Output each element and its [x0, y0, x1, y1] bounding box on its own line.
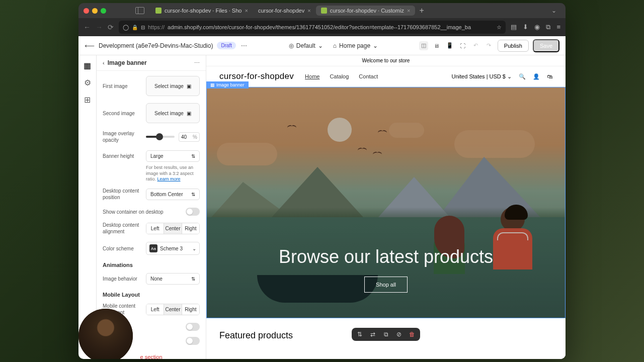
show-container-label: Show container on desktop — [103, 209, 164, 215]
desktop-alignment-segment[interactable]: Left Center Right — [146, 223, 200, 234]
url-input[interactable]: ◯ 🔒 ⊟ https://admin.shopify.com/store/cu… — [119, 21, 506, 34]
section-menu-button[interactable]: ⋯ — [194, 60, 200, 66]
color-scheme-select[interactable]: AaScheme 3⌄ — [146, 242, 200, 255]
lock-icon: 🔒 — [132, 25, 138, 30]
reader-icon[interactable]: ▤ — [511, 23, 517, 31]
reload-button[interactable]: ⟳ — [108, 23, 114, 31]
publish-button[interactable]: Publish — [498, 40, 529, 52]
color-scheme-label: Color scheme — [103, 245, 142, 252]
store-logo[interactable]: cursor-for-shopdev — [219, 71, 294, 81]
browser-window: cursor-for-shopdev · Files · Sho× cursor… — [78, 3, 566, 359]
draft-badge: Draft — [217, 42, 236, 49]
shopify-favicon-icon — [321, 8, 327, 14]
nav-contact[interactable]: Contact — [359, 73, 378, 79]
account-icon[interactable]: 👤 — [533, 73, 540, 80]
mobile-preview-button[interactable]: 📱 — [445, 41, 454, 50]
banner-height-select[interactable]: Large⇅ — [146, 150, 200, 162]
mobile-toggle-1[interactable] — [186, 323, 200, 331]
search-icon[interactable]: 🔍 — [519, 73, 526, 80]
mobile-alignment-segment[interactable]: Left Center Right — [146, 304, 200, 315]
desktop-content-position-label: Desktop content position — [103, 188, 142, 201]
mobile-toggle-2[interactable] — [186, 337, 200, 345]
inspector-panel: ‹ Image banner ⋯ First image Select imag… — [97, 55, 206, 359]
align-right-option[interactable]: Right — [182, 223, 199, 234]
editor-topbar: ⟵ Development (a6e7e9-Devins-Mac-Studio)… — [78, 36, 566, 55]
more-actions-button[interactable]: ⋯ — [241, 42, 248, 49]
drag-handle-icon[interactable]: ⇅ — [356, 331, 364, 338]
view-selector[interactable]: ◎Default⌄ — [289, 42, 323, 49]
hide-icon[interactable]: ⊘ — [395, 331, 403, 338]
desktop-preview-button[interactable]: 🖥 — [432, 41, 441, 50]
select-first-image-button[interactable]: Select image▣ — [146, 76, 200, 96]
overlay-opacity-slider[interactable] — [146, 136, 175, 138]
forward-button[interactable]: → — [96, 23, 103, 31]
desktop-content-position-select[interactable]: Bottom Center⇅ — [146, 189, 200, 200]
site-header: cursor-for-shopdev Home Catalog Contact … — [206, 66, 566, 87]
sidebar-toggle-icon[interactable] — [135, 7, 144, 14]
settings-icon[interactable]: ⚙ — [84, 78, 92, 86]
select-arrows-icon: ⇅ — [191, 276, 195, 282]
window-titlebar: cursor-for-shopdev · Files · Sho× cursor… — [78, 3, 566, 18]
minimize-window-button[interactable] — [92, 8, 98, 14]
theme-preview: Welcome to our store cursor-for-shopdev … — [206, 55, 566, 359]
m-align-right-option[interactable]: Right — [182, 304, 199, 315]
sections-icon[interactable]: ▦ — [84, 61, 92, 69]
banner-height-hint: For best results, use an image with a 3:… — [146, 165, 200, 183]
image-icon: ▣ — [187, 111, 191, 116]
show-container-toggle[interactable] — [186, 208, 200, 216]
chevron-down-icon[interactable]: ⌄ — [547, 7, 560, 14]
section-selected-badge[interactable]: ▦ Image banner — [206, 81, 249, 88]
maximize-window-button[interactable] — [101, 8, 106, 14]
duplicate-icon[interactable]: ⧉ — [382, 331, 390, 338]
new-tab-button[interactable]: + — [415, 6, 428, 15]
region-selector[interactable]: United States | USD $ ⌄ — [452, 73, 512, 80]
shopify-favicon-icon — [155, 8, 162, 14]
overlay-opacity-input[interactable]: 40% — [179, 132, 200, 142]
close-icon[interactable]: × — [307, 8, 310, 14]
align-center-option[interactable]: Center — [164, 223, 182, 234]
image-banner-section[interactable]: Browse our latest products Shop all — [206, 87, 566, 318]
cart-icon[interactable]: 🛍 — [547, 73, 552, 79]
close-icon[interactable]: × — [245, 8, 248, 14]
fullscreen-button[interactable]: ⛶ — [458, 41, 467, 50]
image-behavior-label: Image behavior — [103, 276, 142, 282]
exit-editor-button[interactable]: ⟵ — [85, 42, 95, 50]
address-bar: ← → ⟳ ◯ 🔒 ⊟ https://admin.shopify.com/st… — [78, 18, 566, 36]
shop-all-button[interactable]: Shop all — [364, 277, 408, 293]
apps-icon[interactable]: ⊞ — [84, 96, 92, 104]
account-icon[interactable]: ◉ — [534, 23, 540, 31]
banner-content: Browse our latest products Shop all — [207, 87, 565, 318]
close-window-button[interactable] — [84, 8, 89, 14]
tab-1[interactable]: cursor-for-shopdev · Files · Sho× — [150, 6, 253, 16]
close-icon[interactable]: × — [407, 8, 410, 14]
save-button[interactable]: Save — [533, 39, 559, 52]
page-selector[interactable]: ⌂Home page⌄ — [333, 42, 378, 49]
inspector-toggle[interactable]: ◫ — [419, 41, 428, 50]
nav-home[interactable]: Home — [305, 73, 319, 79]
learn-more-link[interactable]: Learn more — [157, 176, 181, 182]
m-align-center-option[interactable]: Center — [164, 304, 182, 315]
undo-button[interactable]: ↶ — [471, 41, 480, 50]
animations-heading: Animations — [103, 262, 200, 268]
nav-catalog[interactable]: Catalog — [330, 73, 349, 79]
back-button[interactable]: ← — [84, 23, 91, 31]
menu-icon[interactable]: ≡ — [556, 23, 560, 31]
delete-icon[interactable]: 🗑 — [408, 331, 416, 338]
m-align-left-option[interactable]: Left — [146, 304, 164, 315]
tab-3[interactable]: cursor-for-shopdev · Customiz× — [316, 6, 416, 16]
tab-2[interactable]: cursor-for-shopdev× — [253, 6, 316, 16]
first-image-label: First image — [103, 83, 142, 89]
image-behavior-select[interactable]: None⇅ — [146, 273, 200, 285]
banner-heading[interactable]: Browse our latest products — [279, 246, 493, 267]
back-icon[interactable]: ‹ — [103, 60, 105, 66]
star-icon[interactable]: ☆ — [497, 24, 502, 31]
move-icon[interactable]: ⇄ — [369, 331, 377, 338]
align-left-option[interactable]: Left — [146, 223, 164, 234]
announcement-bar: Welcome to our store — [206, 55, 566, 66]
redo-button[interactable]: ↷ — [485, 41, 494, 50]
tab-strip: cursor-for-shopdev · Files · Sho× cursor… — [150, 6, 544, 16]
download-icon[interactable]: ⬇ — [523, 23, 528, 31]
select-second-image-button[interactable]: Select image▣ — [146, 103, 200, 123]
extensions-icon[interactable]: ⧉ — [546, 23, 550, 31]
chevron-down-icon: ⌄ — [192, 246, 196, 251]
